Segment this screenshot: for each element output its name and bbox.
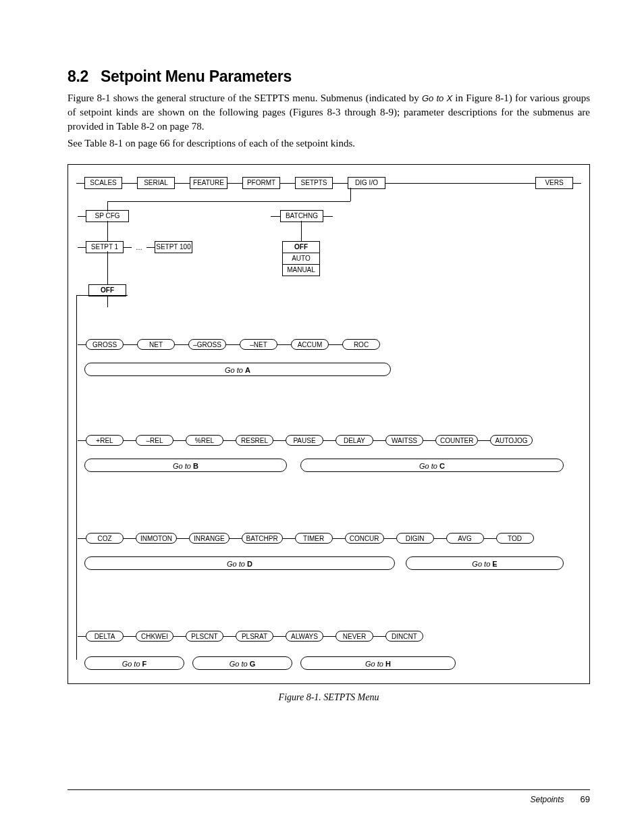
goto-x-ref: Go to X [422,93,452,103]
goto-d: Go to D [84,556,395,570]
section-number: 8.2 [68,68,88,85]
menu-feature: FEATURE [190,177,227,189]
goto-c: Go to C [300,459,564,472]
pill-accum: ACCUM [291,339,329,350]
footer-page-number: 69 [581,794,590,804]
footer-section: Setpoints [530,795,564,804]
pill-prel: +REL [86,435,124,446]
pill-tod: TOD [496,533,534,544]
menu-serial: SERIAL [137,177,175,189]
goto-f: Go to F [84,656,184,670]
pill-timer: TIMER [295,533,333,544]
pill-roc: ROC [342,339,380,350]
figure-caption: Figure 8-1. SETPTS Menu [68,692,590,703]
pill-plscnt: PLSCNT [186,631,223,642]
pill-inrange: INRANGE [189,533,230,544]
section-heading: 8.2Setpoint Menu Parameters [68,68,590,86]
goto-b: Go to B [84,459,287,472]
menu-scales: SCALES [84,177,122,189]
goto-g: Go to G [192,656,292,670]
pill-dincnt: DINCNT [385,631,423,642]
page-footer: Setpoints 69 [68,789,590,804]
pill-autojog: AUTOJOG [490,435,532,446]
node-setpt1: SETPT 1 [86,241,124,253]
section-title: Setpoint Menu Parameters [101,68,292,85]
paragraph-1: Figure 8-1 shows the general structure o… [68,91,590,134]
pill-nnet: –NET [240,339,277,350]
menu-digio: DIG I/O [348,177,385,189]
pill-avg: AVG [446,533,484,544]
goto-h: Go to H [300,656,456,670]
pill-always: ALWAYS [286,631,323,642]
pill-counter: COUNTER [435,435,478,446]
node-batchng: BATCHNG [280,210,323,222]
pill-gross: GROSS [86,339,124,350]
ellipsis: … [132,244,146,251]
opt-auto: AUTO [282,253,320,265]
pill-waitss: WAITSS [385,435,423,446]
pill-never: NEVER [336,631,373,642]
figure-diagram: SCALES SERIAL FEATURE PFORMT SETPTS DIG … [68,164,590,684]
menu-pformt: PFORMT [242,177,280,189]
opt-manual: MANUAL [282,265,320,276]
node-setpt100: SETPT 100 [155,241,192,253]
goto-a: Go to A [84,363,391,376]
pill-pause: PAUSE [286,435,323,446]
pill-net: NET [137,339,175,350]
opt-off: OFF [282,241,320,253]
pill-pctrel: %REL [186,435,223,446]
pill-plsrat: PLSRAT [236,631,273,642]
menu-setpts: SETPTS [295,177,333,189]
pill-batchpr: BATCHPR [242,533,283,544]
pill-ngross: –GROSS [188,339,226,350]
pill-chkwei: CHKWEI [136,631,173,642]
pill-coz: COZ [86,533,124,544]
goto-e: Go to E [406,556,564,570]
pill-inmoton: INMOTON [136,533,177,544]
paragraph-2: See Table 8-1 on page 66 for description… [68,136,590,151]
menu-vers: VERS [535,177,573,189]
pill-delta: DELTA [86,631,124,642]
pill-concur: CONCUR [345,533,384,544]
pill-resrel: RESREL [236,435,273,446]
pill-mrel: –REL [136,435,173,446]
pill-delay: DELAY [336,435,373,446]
pill-digin: DIGIN [396,533,434,544]
